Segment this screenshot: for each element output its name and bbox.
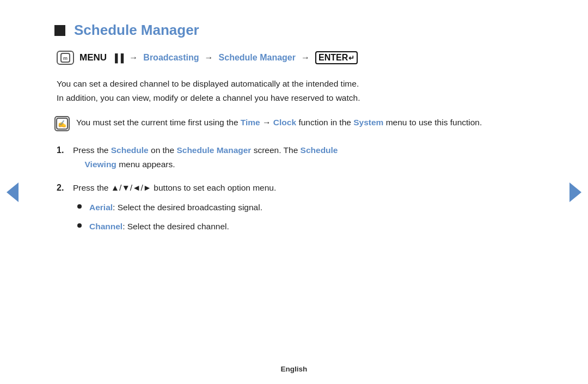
step-1-number: 1. xyxy=(57,143,73,157)
note-icon: ✍ xyxy=(54,116,70,131)
bullet-dot-channel xyxy=(77,223,82,228)
bullet-aerial-text: Aerial: Select the desired broadcasting … xyxy=(89,200,262,215)
link-system: System xyxy=(353,118,383,127)
breadcrumb-broadcasting: Broadcasting xyxy=(143,53,199,63)
note-text: You must set the current time first usin… xyxy=(76,115,482,130)
link-clock: Clock xyxy=(273,118,296,127)
enter-key: ENTER xyxy=(315,51,358,64)
note-row: ✍ You must set the current time first us… xyxy=(54,115,544,131)
link-schedule: Schedule xyxy=(111,145,149,155)
breadcrumb-schedule-manager: Schedule Manager xyxy=(219,53,296,63)
menu-symbol: ▐▐ xyxy=(112,53,124,63)
svg-text:✍: ✍ xyxy=(58,119,67,129)
link-schedule-manager: Schedule Manager xyxy=(176,145,251,155)
title-icon xyxy=(54,25,65,36)
footer-language: English xyxy=(281,365,308,373)
step-2-number: 2. xyxy=(57,181,73,195)
step-2: 2. Press the ▲/▼/◄/► buttons to set each… xyxy=(57,181,544,239)
bullet-aerial: Aerial: Select the desired broadcasting … xyxy=(77,200,544,215)
bullet-channel: Channel: Select the desired channel. xyxy=(77,220,544,234)
link-channel: Channel xyxy=(89,222,122,231)
step-2-content: Press the ▲/▼/◄/► buttons to set each op… xyxy=(73,181,544,239)
title-row: Schedule Manager xyxy=(54,22,544,39)
footer: English xyxy=(0,365,588,373)
arrow-2: → xyxy=(205,53,213,63)
link-aerial: Aerial xyxy=(89,203,113,212)
page-title: Schedule Manager xyxy=(74,22,199,39)
bullet-channel-text: Channel: Select the desired channel. xyxy=(89,220,229,234)
menu-icon: m xyxy=(57,51,74,65)
link-time: Time xyxy=(241,118,260,127)
steps-list: 1. Press the Schedule on the Schedule Ma… xyxy=(54,143,544,239)
svg-text:m: m xyxy=(63,56,68,61)
step-1-content: Press the Schedule on the Schedule Manag… xyxy=(73,143,544,171)
arrow-1: → xyxy=(129,53,138,63)
menu-label: MENU xyxy=(79,52,107,63)
bullet-dot-aerial xyxy=(77,204,82,209)
step-1: 1. Press the Schedule on the Schedule Ma… xyxy=(57,143,544,171)
bullet-list: Aerial: Select the desired broadcasting … xyxy=(73,200,544,234)
arrow-3: → xyxy=(301,53,310,63)
description: You can set a desired channel to be disp… xyxy=(54,77,544,105)
menu-path: m MENU ▐▐ → Broadcasting → Schedule Mana… xyxy=(54,51,544,65)
